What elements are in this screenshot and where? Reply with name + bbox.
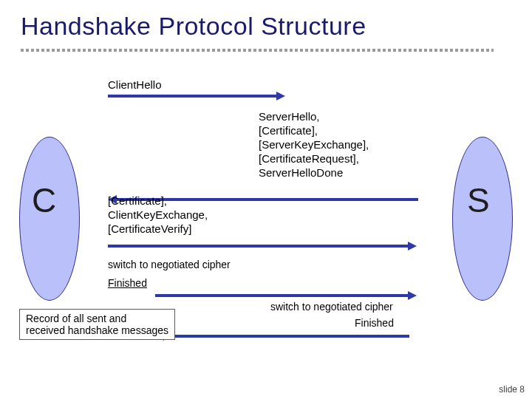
- arrow-4-shaft: [155, 294, 409, 297]
- slide: { "title": "Handshake Protocol Structure…: [0, 0, 532, 399]
- msg-clienthello: ClientHello: [108, 78, 162, 92]
- arrow-1-shaft: [108, 95, 278, 98]
- msg-finished-client: Finished: [108, 276, 147, 290]
- msg-finished-server: Finished: [355, 316, 394, 330]
- title-rule: [21, 49, 494, 52]
- arrow-3-shaft: [108, 245, 409, 248]
- msg-switch-client: switch to negotiated cipher: [108, 258, 231, 272]
- msg-clientkeyexchange: [Certificate], ClientKeyExchange, [Certi…: [108, 194, 208, 236]
- arrow-3-head: [408, 242, 417, 250]
- msg-serverhello: ServerHello, [Certificate], [ServerKeyEx…: [259, 109, 369, 180]
- arrow-5-shaft: [164, 335, 409, 338]
- msg-switch-server: switch to negotiated cipher: [270, 300, 393, 314]
- arrow-4-head: [408, 291, 417, 300]
- server-label: S: [467, 180, 490, 220]
- slide-number: slide 8: [499, 384, 525, 395]
- record-note-box: Record of all sent and received handshak…: [19, 309, 175, 340]
- page-title: Handshake Protocol Structure: [21, 12, 366, 41]
- arrow-1-head: [276, 92, 285, 100]
- client-label: C: [32, 180, 56, 220]
